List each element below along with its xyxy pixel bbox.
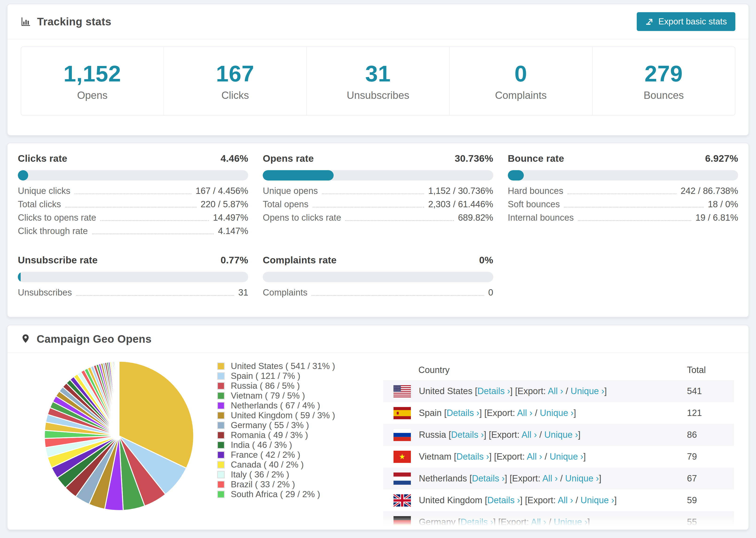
legend-label: Spain ( 121 / 7% ): [231, 371, 300, 381]
metric-label: Total opens: [263, 199, 308, 209]
details-link[interactable]: Details ›: [457, 452, 489, 461]
legend-label: Italy ( 36 / 2% ): [231, 470, 289, 480]
export-all-link[interactable]: All ›: [548, 386, 563, 396]
tracking-stats-header: Tracking stats Export basic stats: [8, 4, 748, 39]
geo-table-row-spain: Spain [Details ›] [Export: All › / Uniqu…: [383, 402, 734, 424]
stat-label: Clicks: [221, 89, 249, 101]
details-link[interactable]: Details ›: [477, 386, 510, 396]
country-cell: United States [Details ›] [Export: All ›…: [419, 386, 687, 396]
separator: /: [537, 430, 544, 440]
export-unique-link[interactable]: Unique ›: [540, 408, 573, 418]
flag-es: [394, 407, 411, 419]
rate-title: Bounce rate: [508, 153, 564, 164]
export-all-link[interactable]: All ›: [527, 452, 542, 461]
metric-row-total-opens: Total opens2,303 / 61.446%: [263, 199, 493, 209]
metric-value: 1,152 / 30.736%: [428, 186, 493, 196]
rate-title: Complaints rate: [263, 255, 337, 266]
export-unique-link[interactable]: Unique ›: [570, 386, 604, 396]
map-pin-icon: [21, 334, 30, 344]
page: Tracking stats Export basic stats 1,152O…: [0, 0, 756, 538]
flag-ru: [394, 429, 411, 441]
metric-value: 31: [238, 288, 248, 297]
rate-progress-fill: [18, 170, 28, 181]
legend-swatch: [217, 471, 225, 478]
separator: /: [563, 386, 571, 396]
flag-us: [394, 385, 411, 398]
export-icon: [645, 17, 654, 26]
bracket: ]: [583, 452, 586, 461]
country-cell: Vietnam [Details ›] [Export: All › / Uni…: [419, 452, 687, 462]
metric-label: Hard bounces: [508, 186, 564, 196]
metric-row-unique-opens: Unique opens1,152 / 30.736%: [263, 186, 493, 196]
export-unique-link[interactable]: Unique ›: [581, 495, 615, 505]
export-all-link[interactable]: All ›: [521, 430, 537, 440]
stat-value: 1,152: [64, 61, 121, 86]
stat-value: 279: [644, 61, 683, 86]
rate-block-unsubscribe-rate: Unsubscribe rate0.77%Unsubscribes31: [18, 255, 248, 301]
metric-value: 2,303 / 61.446%: [428, 199, 493, 209]
total-cell: 59: [687, 495, 734, 506]
separator: /: [573, 495, 581, 505]
geo-table-row-united-kingdom: United Kingdom [Details ›] [Export: All …: [383, 489, 734, 511]
legend-item-united-kingdom: United Kingdom ( 59 / 3% ): [217, 412, 335, 419]
export-all-link[interactable]: All ›: [531, 517, 546, 527]
metric-label: Total clicks: [18, 199, 61, 209]
export-all-link[interactable]: All ›: [542, 473, 558, 483]
geo-table-rows: United States [Details ›] [Export: All ›…: [383, 380, 734, 530]
country-cell: Germany [Details ›] [Export: All › / Uni…: [419, 517, 687, 527]
export-label: ] [Export:: [479, 408, 517, 418]
details-link[interactable]: Details ›: [472, 473, 505, 483]
export-unique-link[interactable]: Unique ›: [565, 473, 599, 483]
export-all-link[interactable]: All ›: [558, 495, 573, 505]
metric-value: 19 / 6.81%: [695, 213, 738, 223]
export-unique-link[interactable]: Unique ›: [544, 430, 578, 440]
total-cell: 79: [687, 452, 734, 462]
country-cell: Spain [Details ›] [Export: All › / Uniqu…: [419, 408, 687, 418]
legend-swatch: [217, 491, 225, 498]
export-unique-link[interactable]: Unique ›: [550, 452, 583, 461]
total-cell: 86: [687, 430, 734, 440]
metric-label: Unique opens: [263, 186, 318, 196]
metric-value: 220 / 5.87%: [201, 199, 248, 209]
legend-item-brazil: Brazil ( 33 / 2% ): [217, 481, 335, 488]
metric-label: Opens to clicks rate: [263, 213, 341, 223]
de-flag-icon: [394, 516, 411, 528]
legend-label: India ( 46 / 3% ): [231, 440, 292, 450]
metric-label: Clicks to opens rate: [18, 213, 96, 223]
metric-row-total-clicks: Total clicks220 / 5.87%: [18, 199, 248, 209]
legend-label: Canada ( 40 / 2% ): [231, 460, 304, 470]
rate-block-clicks-rate: Clicks rate4.46%Unique clicks167 / 4.456…: [18, 153, 248, 239]
dotted-leader: [313, 207, 424, 207]
rates-card: Clicks rate4.46%Unique clicks167 / 4.456…: [7, 143, 749, 317]
export-basic-stats-button[interactable]: Export basic stats: [637, 12, 735, 31]
stat-value: 31: [365, 61, 391, 86]
rate-detail-rows: Unsubscribes31: [18, 287, 248, 297]
legend-label: France ( 42 / 2% ): [231, 450, 300, 460]
legend-item-russia: Russia ( 86 / 5% ): [217, 382, 335, 390]
details-link[interactable]: Details ›: [460, 517, 493, 527]
geo-title: Campaign Geo Opens: [37, 333, 152, 345]
legend-swatch: [217, 422, 225, 429]
geo-table-row-russia: Russia [Details ›] [Export: All › / Uniq…: [383, 424, 734, 446]
geo-card: Campaign Geo Opens United States ( 541 /…: [7, 325, 749, 530]
stat-label: Unsubscribes: [347, 89, 409, 101]
total-cell: 55: [687, 517, 734, 527]
legend-label: Brazil ( 33 / 2% ): [231, 480, 295, 489]
total-cell: 67: [687, 473, 734, 484]
stat-value: 0: [514, 61, 527, 86]
metric-value: 14.497%: [213, 213, 248, 223]
rate-progress-bar: [18, 272, 248, 282]
dotted-leader: [578, 220, 691, 221]
legend-item-france: France ( 42 / 2% ): [217, 451, 335, 459]
country-name: Spain [: [419, 408, 447, 418]
details-link[interactable]: Details ›: [487, 495, 520, 505]
export-unique-link[interactable]: Unique ›: [554, 517, 587, 527]
details-link[interactable]: Details ›: [451, 430, 484, 440]
column-header-country: Country: [418, 365, 687, 375]
export-all-link[interactable]: All ›: [517, 408, 532, 418]
legend-swatch: [217, 362, 225, 370]
rate-progress-fill: [18, 272, 21, 282]
country-name: United Kingdom [: [419, 495, 487, 505]
stat-cell-unsubscribes: 31Unsubscribes: [307, 47, 450, 115]
details-link[interactable]: Details ›: [447, 408, 479, 418]
